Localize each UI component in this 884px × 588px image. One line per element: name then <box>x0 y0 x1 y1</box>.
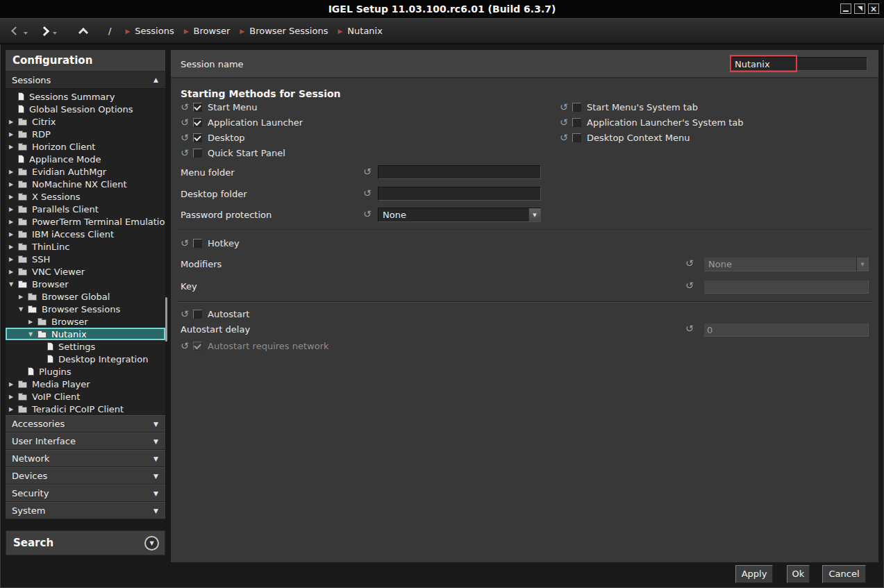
chevron-right-icon[interactable]: ▶ <box>9 244 18 250</box>
chevron-right-icon[interactable]: ▶ <box>9 256 18 262</box>
reset-icon[interactable]: ↺ <box>363 167 376 176</box>
sidebar-section-accessories[interactable]: Accessories▼ <box>6 415 165 432</box>
reset-icon[interactable]: ↺ <box>181 238 193 248</box>
tree-item-horizon-client[interactable]: ▶Horizon Client <box>6 140 165 153</box>
tree-item-desktop-integration[interactable]: Desktop Integration <box>6 353 165 365</box>
sidebar-section-devices[interactable]: Devices▼ <box>6 467 165 485</box>
sidebar-section-user-interface[interactable]: User Interface▼ <box>6 432 165 450</box>
tree-item-powerterm-terminal-emulation[interactable]: ▶PowerTerm Terminal Emulation <box>6 215 165 228</box>
sidebar-section-network[interactable]: Network▼ <box>6 450 165 467</box>
search-expand-button[interactable]: ▼ <box>144 536 159 551</box>
password-protection-select[interactable]: None ▼ <box>378 208 541 222</box>
desktop-folder-input[interactable] <box>378 187 541 201</box>
chevron-right-icon[interactable]: ▶ <box>9 144 18 150</box>
tree-item-ibm-iaccess-client[interactable]: ▶IBM iAccess Client <box>6 228 165 240</box>
tree-item-citrix[interactable]: ▶Citrix <box>6 115 165 128</box>
chevron-down-icon[interactable]: ▼ <box>19 306 28 312</box>
tree-item-settings[interactable]: Settings <box>6 340 165 353</box>
tree-item-browser-global[interactable]: ▶Browser Global <box>6 290 165 303</box>
tree-item-voip-client[interactable]: ▶VoIP Client <box>6 390 165 403</box>
reset-icon[interactable]: ↺ <box>181 133 193 142</box>
ok-button[interactable]: Ok <box>787 565 810 583</box>
tree-item-browser[interactable]: ▶Browser <box>6 315 165 328</box>
tree-item-sessions-summary[interactable]: Sessions Summary <box>6 90 165 103</box>
reset-icon[interactable]: ↺ <box>181 148 193 158</box>
reset-icon[interactable]: ↺ <box>685 258 698 268</box>
up-button[interactable] <box>76 24 90 38</box>
tree-item-ssh[interactable]: ▶SSH <box>6 253 165 265</box>
checkbox-row-quick-start-panel[interactable]: ↺Quick Start Panel <box>181 147 303 158</box>
sidebar-section-system[interactable]: System▼ <box>6 502 165 519</box>
menu-folder-input[interactable] <box>378 165 541 179</box>
cancel-button[interactable]: Cancel <box>822 565 866 583</box>
checkbox-row-hotkey[interactable]: ↺ Hotkey <box>181 237 240 249</box>
reset-icon[interactable]: ↺ <box>685 324 698 333</box>
titlebar[interactable]: IGEL Setup 11.03.100.rc6.01 (Build 6.3.7… <box>0 0 884 18</box>
reset-icon[interactable]: ↺ <box>560 133 572 142</box>
checkbox-row-autostart[interactable]: ↺ Autostart <box>181 308 249 319</box>
tree-item-nutanix[interactable]: ▼Nutanix <box>6 328 165 340</box>
chevron-right-icon[interactable]: ▶ <box>9 231 18 237</box>
reset-icon[interactable]: ↺ <box>181 102 193 112</box>
checkbox-row-start-menu-s-system-tab[interactable]: ↺Start Menu's System tab <box>560 101 744 112</box>
reset-icon[interactable]: ↺ <box>181 341 193 351</box>
sidebar-section-security[interactable]: Security▼ <box>6 485 165 502</box>
chevron-down-icon[interactable]: ▼ <box>9 281 18 287</box>
breadcrumb-item-browser[interactable]: Browser <box>194 26 231 36</box>
session-name-input[interactable] <box>731 57 867 71</box>
reset-icon[interactable]: ↺ <box>181 309 193 319</box>
chevron-right-icon[interactable]: ▶ <box>9 406 18 412</box>
chevron-right-icon[interactable]: ▶ <box>9 194 18 200</box>
reset-icon[interactable]: ↺ <box>560 102 572 112</box>
chevron-right-icon[interactable]: ▶ <box>9 269 18 275</box>
reset-icon[interactable]: ↺ <box>560 117 572 127</box>
checkbox-row-start-menu[interactable]: ↺Start Menu <box>181 101 303 112</box>
breadcrumb-item-browser-sessions[interactable]: Browser Sessions <box>249 26 328 36</box>
tree-item-rdp[interactable]: ▶RDP <box>6 128 165 140</box>
dropdown-button[interactable]: ▼ <box>528 208 540 221</box>
tree-scrollbar-thumb[interactable] <box>165 297 167 342</box>
checkbox-row-desktop[interactable]: ↺Desktop <box>181 132 303 143</box>
tree-item-browser[interactable]: ▼Browser <box>6 278 165 290</box>
back-button[interactable] <box>8 24 22 38</box>
tree-item-parallels-client[interactable]: ▶Parallels Client <box>6 203 165 215</box>
checkbox-application-launcher-s-system-tab[interactable] <box>572 118 581 127</box>
checkbox-autostart[interactable] <box>193 310 202 319</box>
breadcrumb-item-sessions[interactable]: Sessions <box>135 26 174 36</box>
checkbox-start-menu-s-system-tab[interactable] <box>572 103 581 112</box>
breadcrumb-root[interactable]: / <box>108 26 111 36</box>
apply-button[interactable]: Apply <box>735 565 773 583</box>
tree-item-evidian-authmgr[interactable]: ▶Evidian AuthMgr <box>6 165 165 178</box>
chevron-right-icon[interactable]: ▶ <box>9 381 18 387</box>
breadcrumb-item-nutanix[interactable]: Nutanix <box>347 26 383 36</box>
chevron-right-icon[interactable]: ▶ <box>9 206 18 212</box>
chevron-right-icon[interactable]: ▶ <box>19 294 28 300</box>
chevron-right-icon[interactable]: ▶ <box>9 119 18 125</box>
checkbox-start-menu[interactable] <box>193 103 202 112</box>
tree-item-browser-sessions[interactable]: ▼Browser Sessions <box>6 303 165 315</box>
chevron-right-icon[interactable]: ▶ <box>9 169 18 175</box>
checkbox-quick-start-panel[interactable] <box>193 149 202 158</box>
search-bar[interactable]: Search ▼ <box>6 530 165 555</box>
reset-icon[interactable]: ↺ <box>181 117 193 127</box>
maximize-button[interactable] <box>854 3 865 14</box>
reset-icon[interactable]: ↺ <box>685 280 698 290</box>
checkbox-row-desktop-context-menu[interactable]: ↺Desktop Context Menu <box>560 132 744 143</box>
chevron-right-icon[interactable]: ▶ <box>9 181 18 187</box>
reset-icon[interactable]: ↺ <box>363 188 376 198</box>
reset-icon[interactable]: ↺ <box>363 209 376 219</box>
tree-item-media-player[interactable]: ▶Media Player <box>6 378 165 390</box>
minimize-button[interactable] <box>840 3 851 14</box>
tree-item-appliance-mode[interactable]: Appliance Mode <box>6 153 165 165</box>
forward-history-caret-icon[interactable] <box>53 32 57 35</box>
checkbox-desktop-context-menu[interactable] <box>572 133 581 142</box>
checkbox-hotkey[interactable] <box>193 239 202 248</box>
checkbox-row-application-launcher-s-system-tab[interactable]: ↺Application Launcher's System tab <box>560 117 744 128</box>
chevron-right-icon[interactable]: ▶ <box>9 131 18 137</box>
chevron-right-icon[interactable]: ▶ <box>9 394 18 400</box>
tree-item-nomachine-nx-client[interactable]: ▶NoMachine NX Client <box>6 178 165 190</box>
tree-item-teradici-pcoip-client[interactable]: ▶Teradici PCoIP Client <box>6 403 165 415</box>
chevron-right-icon[interactable]: ▶ <box>9 219 18 225</box>
checkbox-application-launcher[interactable] <box>193 118 202 127</box>
tree-item-global-session-options[interactable]: Global Session Options <box>6 103 165 115</box>
